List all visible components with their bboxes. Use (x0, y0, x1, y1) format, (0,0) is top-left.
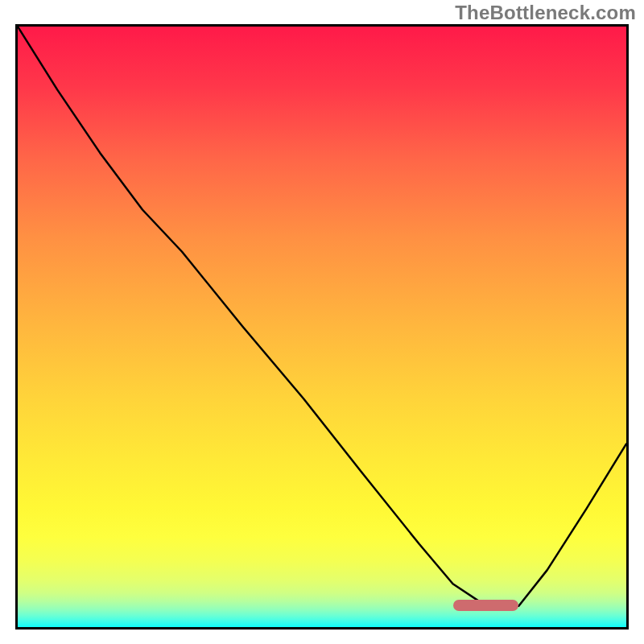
optimum-marker (453, 600, 519, 611)
plot-frame (15, 24, 629, 630)
plot-svg (18, 27, 626, 627)
watermark-text: TheBottleneck.com (455, 2, 636, 24)
gradient-background (18, 27, 626, 627)
